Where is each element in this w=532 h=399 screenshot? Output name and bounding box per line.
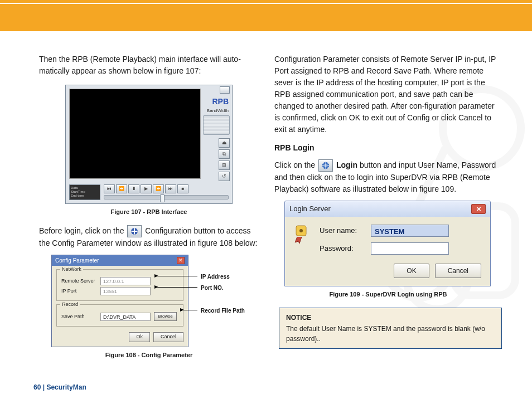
key-lock-icon [293,225,312,260]
rpb-side-button[interactable]: ⧉ [219,149,230,159]
rpb-pause-button[interactable]: ⏸ [128,184,139,193]
ok-button[interactable]: Ok [129,332,150,342]
close-icon[interactable]: ✕ [471,204,486,214]
rpb-stop-button[interactable]: ■ [177,184,188,193]
config-parameter-figure: Config Parameter ✕ NetWork Remote Server… [51,255,246,347]
callout-arrow [155,287,197,288]
login-instruction: Click on the Login button and input User… [274,159,502,195]
callout-arrow [181,310,197,310]
callout-record-path: Record File Path [201,306,245,315]
left-column: Then the RPB (Remote Playback) main inte… [39,53,259,368]
rpb-minimize-icon[interactable] [220,86,230,94]
figure-109-caption: Figure 109 - SuperDVR Login using RPB [274,290,502,299]
rpb-side-button[interactable]: ↺ [219,172,230,181]
login-globe-icon[interactable] [318,159,333,172]
rpb-side-button[interactable]: ⏏ [219,138,230,148]
svg-rect-5 [134,228,135,235]
figure-108-caption: Figure 108 - Config Parameter [39,351,259,360]
username-label: User name: [320,225,366,236]
remote-server-input[interactable]: 127.0.0.1 [100,277,151,285]
rpb-video-area [69,89,201,179]
rpb-login-heading: RPB Login [274,142,502,154]
rpb-bandwidth-meter [203,115,230,135]
rpb-ff-button[interactable]: ⏩ [153,184,164,193]
rpb-next-button[interactable]: ⏭ [165,184,176,193]
notice-body: The default User Name is SYSTEM and the … [286,325,485,343]
save-path-input[interactable]: D:\DVR_DATA [100,313,151,321]
rpb-rew-button[interactable]: ⏪ [116,184,127,193]
config-parameter-dialog: Config Parameter ✕ NetWork Remote Server… [51,255,188,347]
record-legend: Record [60,301,80,309]
remote-server-label: Remote Server [61,278,97,285]
before-login-text: Before login, click on the Configuration… [39,225,259,249]
username-input[interactable]: SYSTEM [371,225,449,237]
login-server-dialog: Login Server ✕ User name: SYSTEM [284,201,491,286]
callout-port-no: Port NO. [201,284,224,292]
rpb-side-button[interactable]: ⊞ [219,160,230,170]
callout-arrow [155,276,197,276]
rpb-logo-label: RPB [203,96,230,108]
config-description: Configuration Parameter consists of Remo… [274,53,502,135]
rpb-readout: Data StartTime End time [69,184,100,200]
header-band [0,0,532,31]
ip-port-label: IP Port [61,288,97,295]
callout-ip-address: IP Address [201,273,230,281]
config-icon[interactable] [127,225,142,237]
rpb-interface-screenshot: RPB BandWidth ⏏ ⧉ ⊞ ↺ Data StartTime End… [65,85,233,204]
rpb-bandwidth-label: BandWidth [203,108,230,114]
rpb-play-button[interactable]: ▶ [141,184,152,193]
ok-button[interactable]: OK [394,264,429,278]
svg-point-8 [299,229,303,232]
right-column: Configuration Parameter consists of Remo… [274,53,502,368]
cancel-button[interactable]: Cancel [153,332,183,342]
password-input[interactable] [371,242,449,255]
rpb-seek-slider[interactable] [104,195,229,199]
config-dialog-title: Config Parameter [55,256,99,265]
intro-text: Then the RPB (Remote Playback) main inte… [39,53,259,77]
close-icon[interactable]: ✕ [177,257,185,264]
figure-107-caption: Figure 107 - RPB Interface [39,207,259,217]
notice-heading: NOTICE [286,313,495,323]
password-label: Password: [320,243,366,254]
notice-box: NOTICE The default User Name is SYSTEM a… [279,308,502,349]
save-path-label: Save Path [61,313,97,321]
browse-button[interactable]: Browse [154,312,177,321]
rpb-prev-button[interactable]: ⏮ [104,184,115,193]
login-dialog-title: Login Server [289,203,331,215]
page-footer: 60 | SecurityMan [33,383,86,391]
network-legend: NetWork [60,266,83,274]
cancel-button[interactable]: Cancel [435,264,481,278]
ip-port-input[interactable]: 13551 [100,287,151,295]
